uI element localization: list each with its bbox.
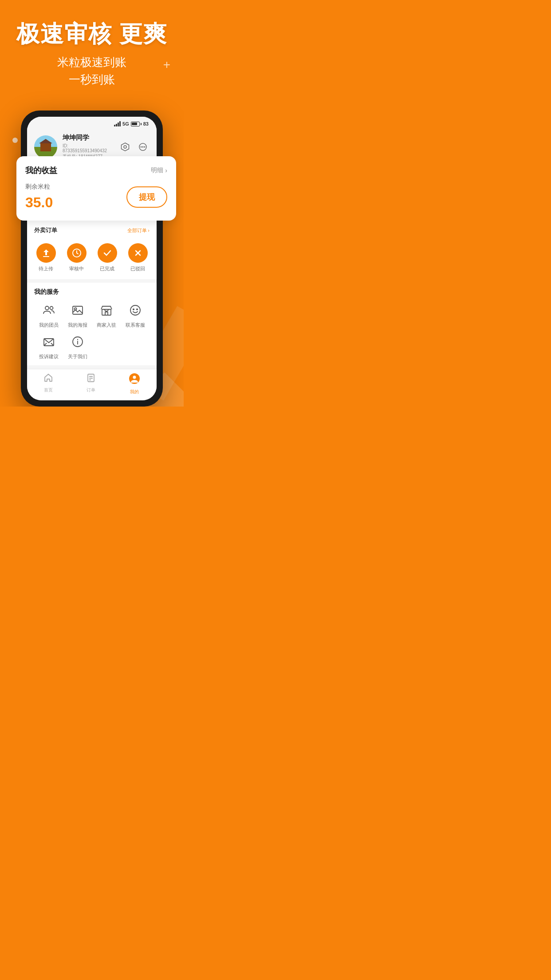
upload-icon-circle [36, 243, 56, 263]
battery-icon [131, 122, 142, 126]
avatar [34, 135, 57, 158]
order-item-rejected[interactable]: 已驳回 [128, 243, 148, 272]
services-inner: 我的服务 [27, 283, 157, 365]
phone-section: 5G 83 [0, 102, 184, 407]
orders-header: 外卖订单 全部订单 › [27, 223, 157, 238]
info-icon [69, 333, 87, 351]
svg-point-15 [130, 305, 140, 315]
svg-point-17 [136, 309, 137, 310]
services-grid-row1: 我的团员 [34, 301, 150, 328]
svg-rect-5 [43, 256, 49, 257]
earnings-card: 我的收益 明细 › 剩余米粒 35.0 提现 [16, 156, 176, 221]
service-item-merchant[interactable]: 商家入驻 [92, 301, 121, 328]
order-item-upload[interactable]: 待上传 [36, 243, 56, 272]
phone-mockup: 5G 83 [21, 111, 163, 407]
mail-icon [40, 333, 58, 351]
battery-level: 83 [143, 121, 149, 126]
order-label-complete: 已完成 [100, 265, 114, 272]
profile-name: 坤坤同学 [63, 134, 113, 142]
svg-point-9 [45, 306, 49, 310]
service-item-team[interactable]: 我的团员 [34, 301, 63, 328]
order-item-review[interactable]: 审核中 [67, 243, 87, 272]
chevron-right-icon: › [148, 228, 150, 233]
nav-item-mine[interactable]: 我的 [129, 373, 140, 395]
check-icon-circle [98, 243, 117, 263]
nav-item-home[interactable]: 首页 [43, 373, 53, 395]
mine-nav-icon [129, 373, 140, 387]
x-icon-circle [128, 243, 148, 263]
service-item-support[interactable]: 联系客服 [121, 301, 150, 328]
signal-bars [114, 121, 121, 126]
service-label-support: 联系客服 [126, 322, 145, 328]
bottom-nav: 首页 订单 [27, 369, 157, 400]
image-icon [69, 301, 87, 319]
svg-point-0 [124, 146, 126, 148]
store-icon [98, 301, 115, 319]
smile-icon [126, 301, 144, 319]
hero-subtitle: 米粒极速到账 一秒到账 [13, 54, 170, 88]
svg-point-4 [144, 146, 146, 147]
nav-item-orders[interactable]: 订单 [86, 373, 96, 395]
svg-point-23 [77, 339, 78, 340]
network-type: 5G [122, 121, 129, 126]
status-icons: 5G 83 [114, 121, 149, 126]
withdraw-button[interactable]: 提现 [126, 186, 167, 208]
signal-bar-4 [119, 121, 121, 126]
services-section: 我的服务 [27, 279, 157, 365]
service-label-merchant: 商家入驻 [97, 322, 116, 328]
service-label-about: 关于我们 [68, 353, 87, 360]
nav-label-mine: 我的 [130, 389, 139, 395]
hero-subtitle-line1: 米粒极速到账 [57, 55, 126, 69]
svg-point-29 [133, 376, 136, 379]
earnings-body: 剩余米粒 35.0 提现 [25, 183, 167, 211]
svg-point-2 [141, 146, 142, 147]
svg-point-10 [50, 307, 53, 310]
nav-label-home: 首页 [44, 387, 53, 393]
orders-all-link[interactable]: 全部订单 › [127, 227, 150, 234]
orders-nav-icon [86, 373, 96, 385]
page-wrapper: 极速审核 更爽 米粒极速到账 一秒到账 + [0, 0, 184, 407]
earnings-amount: 35.0 [25, 194, 126, 211]
services-grid-row2: 投诉建议 [34, 333, 150, 360]
signal-bar-3 [118, 122, 119, 126]
service-item-complaint[interactable]: 投诉建议 [34, 333, 63, 360]
orders-title: 外卖订单 [34, 226, 57, 234]
service-item-poster[interactable]: 我的海报 [63, 301, 92, 328]
status-bar: 5G 83 [27, 117, 157, 129]
orders-grid: 待上传 审核中 [27, 238, 157, 279]
orders-section: 外卖订单 全部订单 › [27, 218, 157, 279]
hero-section: 极速审核 更爽 米粒极速到账 一秒到账 + [0, 0, 184, 88]
service-label-poster: 我的海报 [68, 322, 87, 328]
earnings-card-title: 我的收益 [25, 165, 57, 176]
svg-line-19 [44, 343, 47, 346]
svg-point-3 [142, 146, 144, 147]
order-label-rejected: 已驳回 [130, 265, 145, 272]
camera-button[interactable] [118, 140, 132, 154]
clock-icon-circle [67, 243, 87, 263]
order-item-complete[interactable]: 已完成 [98, 243, 117, 272]
service-item-about[interactable]: 关于我们 [63, 333, 92, 360]
order-label-upload: 待上传 [39, 265, 53, 272]
svg-line-20 [51, 343, 54, 346]
service-label-complaint: 投诉建议 [39, 353, 59, 360]
hero-title: 极速审核 更爽 [13, 21, 170, 47]
people-icon [40, 301, 58, 319]
home-nav-icon [43, 373, 53, 385]
svg-rect-14 [105, 312, 108, 315]
detail-chevron-icon: › [165, 167, 167, 174]
earnings-left: 剩余米粒 35.0 [25, 183, 126, 211]
earnings-detail-link[interactable]: 明细 › [151, 166, 167, 174]
message-button[interactable] [136, 140, 150, 154]
order-label-review: 审核中 [69, 265, 84, 272]
services-title: 我的服务 [34, 288, 150, 296]
plus-decoration: + [163, 58, 170, 72]
hero-subtitle-line2: 一秒到账 [69, 73, 115, 86]
signal-bar-1 [114, 125, 115, 126]
svg-rect-11 [73, 306, 83, 314]
earnings-card-header: 我的收益 明细 › [25, 165, 167, 176]
nav-label-orders: 订单 [87, 387, 95, 393]
service-label-team: 我的团员 [39, 322, 59, 328]
signal-bar-2 [116, 124, 117, 126]
profile-id: ID: 873359155913490432 [63, 143, 113, 153]
svg-point-16 [133, 309, 134, 310]
